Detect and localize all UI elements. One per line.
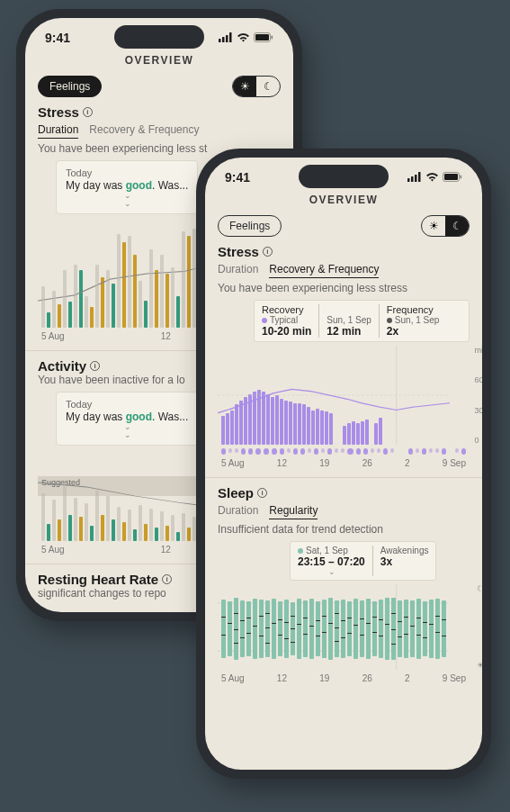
stress-subtitle: You have been experiencing less stress	[218, 282, 470, 294]
wifi-icon	[425, 170, 439, 185]
sleep-y-icons: ☾ ☀	[477, 584, 482, 670]
info-icon[interactable]: i	[257, 488, 267, 498]
stress-title: Stress	[218, 244, 259, 259]
svg-rect-0	[219, 39, 221, 42]
feelings-pill[interactable]: Feelings	[218, 215, 282, 237]
activity-title: Activity	[38, 358, 86, 374]
svg-rect-6	[272, 36, 273, 40]
callout-date: Today	[66, 399, 92, 410]
status-time: 9:41	[225, 170, 250, 185]
chevron-down-icon: ⌄⌄	[66, 192, 188, 208]
feelings-pill[interactable]: Feelings	[38, 76, 102, 97]
stress-title: Stress	[38, 104, 79, 120]
tab-recovery[interactable]: Recovery & Frequency	[89, 123, 199, 139]
sun-icon[interactable]: ☀	[422, 216, 445, 236]
rhr-title: Resting Heart Rate	[38, 572, 158, 587]
y-axis: min 60 30 0	[474, 346, 482, 445]
tab-duration[interactable]: Duration	[218, 504, 258, 519]
sleep-axis: 5 Aug 12 19 26 2 9 Sep	[218, 670, 470, 683]
battery-icon	[443, 170, 462, 185]
screen-right: 9:41 OVERVIEW Feelings ☀ ☾	[205, 158, 482, 770]
divider	[205, 477, 482, 478]
svg-rect-1	[222, 37, 225, 42]
notch	[299, 165, 389, 188]
status-time: 9:41	[45, 31, 70, 45]
status-icons	[407, 170, 462, 185]
moon-icon: ☾	[477, 584, 482, 593]
sleep-legend: Sat, 1 Sep 23:15 – 07:20 ⌄ Awakenings 3x	[290, 541, 436, 581]
svg-rect-9	[415, 175, 417, 182]
status-icons	[219, 31, 273, 45]
svg-rect-8	[411, 176, 414, 182]
sleep-subtitle: Insufficient data for trend detection	[218, 523, 470, 536]
wifi-icon	[237, 31, 250, 45]
page-title: OVERVIEW	[25, 49, 293, 76]
callout-highlight: good	[126, 179, 152, 192]
chevron-down-icon: ⌄⌄	[66, 423, 188, 439]
info-icon[interactable]: i	[263, 247, 273, 257]
callout-prefix: My day was	[66, 179, 126, 192]
stress-legend: Recovery Typical 10-20 min Sun, 1 Sep 12…	[254, 300, 470, 342]
activity-callout[interactable]: Today My day was good. Was... ⌄⌄	[56, 392, 198, 446]
callout-suffix: . Was...	[152, 179, 188, 192]
moon-icon[interactable]: ☾	[445, 216, 469, 236]
info-icon[interactable]: i	[83, 107, 93, 117]
phone-right: 9:41 OVERVIEW Feelings ☀ ☾	[196, 149, 491, 779]
sleep-chart[interactable]	[218, 584, 450, 670]
svg-rect-13	[461, 176, 462, 179]
info-icon[interactable]: i	[162, 574, 172, 584]
tab-regularity[interactable]: Regularity	[269, 504, 318, 519]
signal-icon	[407, 170, 422, 185]
recovery-chart[interactable]	[218, 346, 450, 445]
tab-duration[interactable]: Duration	[38, 123, 78, 139]
moon-icon[interactable]: ☾	[256, 77, 280, 96]
svg-rect-5	[255, 34, 269, 41]
signal-icon	[219, 31, 233, 45]
sleep-title: Sleep	[218, 485, 254, 501]
day-night-toggle[interactable]: ☀ ☾	[232, 76, 281, 97]
tab-recovery[interactable]: Recovery & Frequency	[269, 263, 379, 278]
sun-icon: ☀	[477, 661, 482, 670]
svg-rect-10	[418, 172, 421, 182]
sun-icon[interactable]: ☀	[233, 77, 256, 96]
battery-icon	[254, 31, 273, 45]
svg-rect-3	[229, 32, 232, 42]
frequency-dots	[218, 445, 470, 455]
sleep-section: Sleep i Duration Regularity Insufficient…	[205, 485, 482, 683]
callout-date: Today	[66, 167, 92, 178]
tab-duration[interactable]: Duration	[218, 263, 258, 278]
page-title: OVERVIEW	[205, 188, 482, 215]
stress-callout[interactable]: Today My day was good. Was... ⌄⌄	[56, 160, 198, 214]
info-icon[interactable]: i	[90, 361, 100, 371]
day-night-toggle[interactable]: ☀ ☾	[421, 215, 470, 237]
stress-section: Stress i Duration Recovery & Frequency Y…	[205, 244, 482, 468]
stress-axis: 5 Aug 12 19 26 2 9 Sep	[218, 455, 470, 468]
svg-rect-12	[444, 174, 458, 180]
svg-rect-2	[226, 35, 228, 42]
svg-rect-7	[407, 178, 410, 182]
notch	[114, 25, 204, 49]
chevron-down-icon: ⌄	[298, 568, 365, 576]
